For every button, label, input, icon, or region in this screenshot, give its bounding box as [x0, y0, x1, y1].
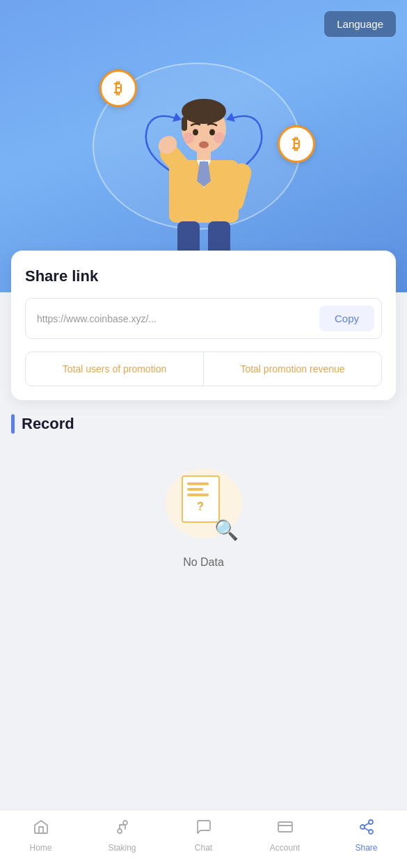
doc-line-2: [187, 488, 203, 491]
svg-point-12: [183, 132, 194, 143]
hero-section: Language ₿ $ ₿: [0, 0, 407, 292]
record-header: Record: [11, 414, 396, 434]
stats-row: Total users of promotion Total promotion…: [25, 352, 382, 386]
nav-share[interactable]: Share: [326, 819, 407, 853]
bottom-nav: Home Staking Chat Accou: [0, 810, 407, 868]
record-bar-accent: [11, 414, 15, 434]
doc-question-mark: ?: [187, 500, 214, 513]
share-link-card: Share link https://www.coinbase.xyz/... …: [11, 251, 396, 400]
nav-share-label: Share: [355, 843, 377, 853]
account-icon: [277, 819, 294, 839]
no-data-area: ? 🔍 No Data: [11, 448, 396, 583]
link-row: https://www.coinbase.xyz/... Copy: [25, 298, 382, 339]
no-data-doc: ?: [182, 475, 220, 523]
svg-point-16: [199, 141, 209, 148]
svg-rect-4: [182, 117, 187, 131]
nav-staking[interactable]: Staking: [81, 819, 163, 853]
share-icon: [358, 819, 375, 839]
no-data-illustration: ? 🔍: [162, 468, 246, 545]
record-section: Record ? 🔍 No Data: [11, 414, 396, 597]
link-text: https://www.coinbase.xyz/...: [37, 313, 314, 324]
svg-point-21: [123, 821, 127, 825]
nav-staking-label: Staking: [108, 843, 136, 853]
doc-line-1: [187, 482, 209, 485]
svg-line-30: [364, 828, 369, 831]
share-link-title: Share link: [25, 267, 382, 285]
nav-home-label: Home: [29, 843, 51, 853]
nav-chat-label: Chat: [195, 843, 212, 853]
home-icon: [33, 819, 49, 839]
nav-account-label: Account: [270, 843, 300, 853]
page-content: Share link https://www.coinbase.xyz/... …: [0, 251, 407, 666]
svg-rect-25: [278, 822, 292, 832]
staking-icon: [114, 819, 131, 839]
svg-point-20: [118, 829, 122, 833]
svg-point-13: [214, 132, 225, 143]
nav-home[interactable]: Home: [0, 819, 81, 853]
no-data-label: No Data: [183, 556, 224, 569]
total-revenue-stat[interactable]: Total promotion revenue: [204, 352, 381, 386]
record-title: Record: [22, 415, 74, 433]
person-svg: [148, 97, 260, 258]
nav-account[interactable]: Account: [244, 819, 326, 853]
copy-button[interactable]: Copy: [319, 306, 374, 331]
doc-line-3: [187, 494, 209, 496]
hero-illustration: ₿ $ ₿: [86, 49, 322, 258]
svg-point-14: [193, 129, 198, 136]
language-button[interactable]: Language: [324, 11, 396, 37]
svg-line-31: [364, 823, 369, 826]
magnifier-icon: 🔍: [214, 519, 239, 542]
svg-point-15: [209, 129, 215, 136]
nav-chat[interactable]: Chat: [163, 819, 244, 853]
total-users-stat[interactable]: Total users of promotion: [26, 352, 204, 386]
svg-point-3: [182, 99, 226, 124]
chat-icon: [195, 819, 212, 839]
